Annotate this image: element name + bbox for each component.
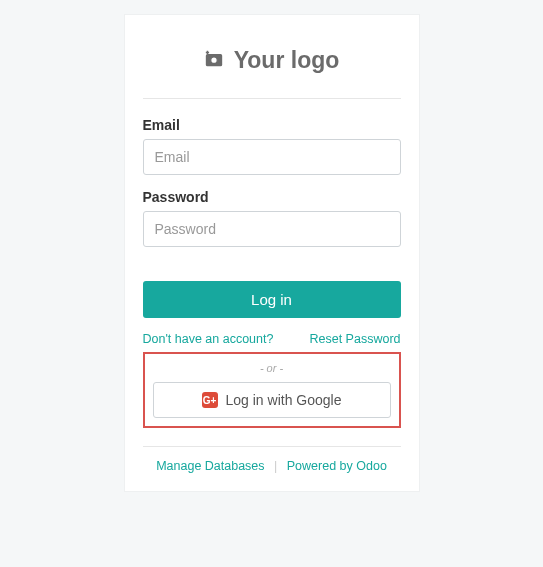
google-login-label: Log in with Google: [226, 392, 342, 408]
divider: [143, 98, 401, 99]
email-label: Email: [143, 117, 401, 133]
login-button[interactable]: Log in: [143, 281, 401, 318]
powered-by-link[interactable]: Powered by Odoo: [287, 459, 387, 473]
google-login-button[interactable]: G+ Log in with Google: [153, 382, 391, 418]
logo-text: Your logo: [234, 47, 340, 74]
oauth-highlight-box: - or - G+ Log in with Google: [143, 352, 401, 428]
add-photo-icon: [204, 50, 224, 72]
reset-password-link[interactable]: Reset Password: [309, 332, 400, 346]
footer-links: Manage Databases | Powered by Odoo: [143, 459, 401, 473]
password-input[interactable]: [143, 211, 401, 247]
email-input[interactable]: [143, 139, 401, 175]
google-plus-icon: G+: [202, 392, 218, 408]
svg-point-1: [210, 56, 217, 63]
footer-separator: |: [274, 459, 277, 473]
or-separator: - or -: [153, 362, 391, 374]
email-field-group: Email: [143, 117, 401, 175]
footer-divider: [143, 446, 401, 447]
signup-link[interactable]: Don't have an account?: [143, 332, 274, 346]
logo-placeholder[interactable]: Your logo: [143, 35, 401, 90]
auth-links-row: Don't have an account? Reset Password: [143, 332, 401, 346]
password-field-group: Password: [143, 189, 401, 247]
password-label: Password: [143, 189, 401, 205]
login-card: Your logo Email Password Log in Don't ha…: [124, 14, 420, 492]
manage-databases-link[interactable]: Manage Databases: [156, 459, 264, 473]
